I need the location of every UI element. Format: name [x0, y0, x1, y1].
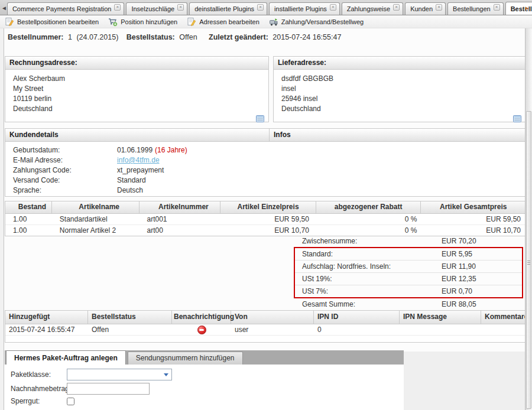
sperrgut-label: Sperrgut: [11, 397, 67, 405]
tab-close-icon[interactable]: × [257, 4, 264, 11]
vertical-scrollbar[interactable] [525, 28, 532, 410]
tab-scroll-left-icon[interactable]: ◄ [1, 2, 7, 14]
tab-sendungsnummern[interactable]: Sendungsnummern hinzufügen [128, 352, 243, 365]
shipping-address-body: dsdfdf GBGBGB insel 25946 insel Deutschl… [274, 70, 525, 126]
item-quantity: 1.00 [5, 214, 52, 224]
column-header: abgezogener Rabatt [316, 201, 421, 213]
address-line: insel [281, 84, 525, 94]
tab-close-icon[interactable]: × [177, 4, 184, 11]
nachnahmebetrag-input[interactable] [67, 383, 150, 395]
edit-shipping-address-icon[interactable] [512, 114, 522, 123]
billing-address-body: Alex Scherbaum My Street 10119 berlin De… [5, 70, 268, 126]
tab-kunden[interactable]: Kunden × [405, 2, 446, 15]
column-header: Bestand [5, 201, 52, 213]
tab-label: Kunden [410, 5, 433, 12]
column-header: Hinzugefügt [5, 311, 88, 324]
subtotal-row: Zwischensumme: EUR 70,20 [294, 235, 523, 247]
edit-order-positions-button[interactable]: Bestellpositionen bearbeiten [5, 17, 99, 27]
address-line: dsdfdf GBGBGB [281, 74, 525, 84]
tab-label: installierte Plugins [274, 5, 327, 12]
toolbar-button-label: Zahlung/Versand/Bestellweg [281, 18, 364, 25]
sperrgut-row: Sperrgut: [11, 397, 74, 405]
paketklasse-select[interactable] [67, 369, 172, 380]
detail-label: Versand Code: [13, 175, 117, 186]
order-summary-line: Bestellnummer: 1 (24.07.2015) Bestellsta… [8, 33, 341, 41]
payment-shipping-button[interactable]: Zahlung/Versand/Bestellweg [269, 17, 364, 27]
paketklasse-row: Paketklasse: [11, 369, 172, 380]
order-date-value: (24.07.2015) [76, 33, 118, 41]
column-header: Artikel Gesamtpreis [421, 201, 525, 213]
customer-details-body: Geburtsdatum: 01.06.1999 (16 Jahre) E-Ma… [5, 142, 525, 196]
status-table-empty-row [5, 336, 525, 342]
column-header: Benachrichtigung [172, 311, 231, 324]
item-discount: 0 % [316, 214, 421, 224]
status-added-value: 2015-07-24 16:55:47 [5, 324, 88, 335]
tab-installierte-plugins[interactable]: installierte Plugins × [269, 2, 340, 15]
edit-addresses-button[interactable]: Adressen bearbeiten [187, 17, 259, 27]
age-warning: (16 Jahre) [155, 145, 187, 155]
shipping-tabbar: Hermes Paket-Auftrag anlegen Sendungsnum… [5, 350, 404, 365]
shipping-address-panel: Lieferadresse: dsdfdf GBGBGB insel 25946… [273, 56, 526, 122]
subtotal-label: Zwischensumme: [294, 237, 357, 245]
tab-close-icon[interactable]: × [393, 4, 400, 11]
tab-label: Commerce Payments Registration [12, 5, 112, 12]
item-number: art001 [140, 214, 221, 224]
tab-close-icon[interactable]: × [494, 4, 500, 11]
add-position-button[interactable]: Position hinzufügen [108, 17, 177, 27]
tab-scroll-right-icon[interactable]: ► [523, 2, 531, 14]
status-value: Offen [88, 324, 172, 335]
item-discount: 0 % [316, 225, 421, 236]
detail-row: Versand Code: Standard [13, 175, 525, 186]
order-edit-screen: ◄ Commerce Payments Registration × Insel… [0, 0, 532, 410]
order-items-table: Bestand Artikelname Artikelnummer Artike… [5, 201, 526, 236]
deny-icon [197, 326, 206, 334]
column-header: IPN Message [400, 311, 481, 324]
tab-bestellungen[interactable]: Bestellungen × [447, 2, 504, 15]
island-surcharge-value: EUR 11,90 [442, 261, 476, 272]
payment-code-value: xt_prepayment [117, 165, 164, 175]
tab-zahlungsweise[interactable]: Zahlungsweise × [342, 2, 403, 15]
edit-billing-address-icon[interactable] [255, 114, 265, 123]
island-surcharge-label: Aufschlag: Nordfries. Inseln: [295, 262, 391, 271]
nachnahmebetrag-row: Nachnahmebetrag: [11, 383, 150, 395]
item-name: Normaler Artikel 2 [52, 225, 140, 236]
customer-email-link[interactable]: info@4tfm.de [117, 155, 160, 165]
tab-hermes-paket-auftrag[interactable]: Hermes Paket-Auftrag anlegen [6, 350, 126, 365]
grand-total-value: EUR 88,05 [442, 298, 476, 310]
scrollbar-thumb[interactable] [526, 111, 531, 409]
tab-inselzuschlaege[interactable]: Inselzuschläge × [126, 2, 187, 15]
detail-row: Zahlungsart Code: xt_prepayment [13, 165, 525, 175]
column-header: Artikel Einzelpreis [220, 201, 316, 213]
island-surcharge-row: Aufschlag: Nordfries. Inseln: EUR 11,90 [295, 260, 522, 272]
billing-address-panel: Rechnungsadresse: Alex Scherbaum My Stre… [5, 56, 269, 122]
column-header: Von [231, 311, 314, 324]
hermes-form-panel: Paketklasse: Nachnahmebetrag: Sperrgut: [5, 365, 404, 410]
column-header: IPN ID [314, 311, 400, 324]
toolbar-button-label: Bestellpositionen bearbeiten [17, 18, 99, 25]
tab-close-icon[interactable]: × [436, 4, 442, 11]
tab-close-icon[interactable]: × [330, 4, 336, 11]
tab-commerce-payments-registration[interactable]: Commerce Payments Registration × [7, 2, 125, 15]
order-status-label: Bestellstatus: [126, 33, 175, 41]
subtotal-value: EUR 70,20 [442, 235, 476, 247]
vat7-value: EUR 0,70 [442, 285, 472, 297]
tab-deinstallierte-plugins[interactable]: deinstallierte Plugins × [189, 2, 267, 15]
ipn-id-value: 0 [314, 324, 400, 335]
item-unit-price: EUR 59,50 [220, 214, 316, 224]
bottom-right-background [404, 352, 525, 410]
customer-details-header: Kundendetails [9, 129, 270, 141]
sperrgut-checkbox[interactable] [67, 398, 74, 405]
item-total-price: EUR 10,70 [421, 225, 525, 236]
vat19-row: USt 19%: EUR 12,35 [295, 272, 522, 285]
column-header: Artikelnummer [140, 201, 221, 213]
edit-positions-icon [5, 17, 14, 27]
tab-label: Inselzuschläge [131, 5, 174, 12]
grand-total-label: Gesamt Summe: [294, 300, 355, 308]
item-total-price: EUR 59,50 [421, 214, 525, 224]
edit-addresses-icon [187, 17, 196, 27]
tab-close-icon[interactable]: × [114, 4, 121, 11]
item-name: Standardartikel [52, 214, 140, 224]
item-number: art00 [140, 225, 221, 236]
status-history-row: 2015-07-24 16:55:47 Offen user 0 [5, 324, 525, 336]
vat19-label: USt 19%: [295, 275, 332, 283]
